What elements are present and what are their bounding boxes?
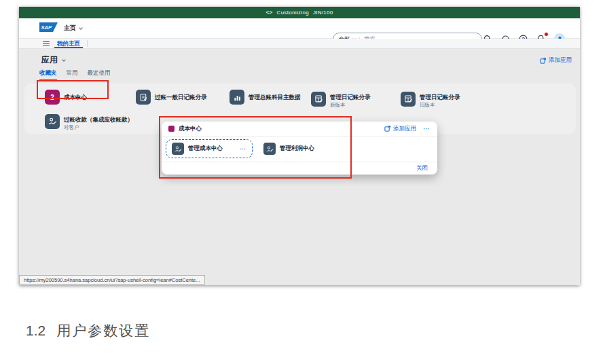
tile-manage-gl-account-master-data[interactable]: 管理总账科目主数据: [230, 90, 301, 105]
dialog-title: 成本中心: [179, 125, 384, 133]
link-url-statusbar: https://my200590.s4hana.sapcloud.cn/ui?s…: [19, 275, 205, 285]
chevron-down-icon[interactable]: [62, 58, 66, 62]
tab-favorites[interactable]: 收藏夹: [39, 69, 57, 81]
tile-subtitle: 旧版本: [420, 102, 460, 108]
apps-section-title: 应用: [41, 54, 58, 66]
journal-grid-icon: [401, 92, 416, 107]
banner-label: Customizing: [277, 10, 309, 16]
chevron-down-icon: [79, 26, 83, 30]
customer-edit-icon: [263, 143, 276, 155]
tile-manage-journal-entries-old[interactable]: 管理日记账分录 旧版本: [401, 90, 460, 108]
tile-subtitle: 对客户: [64, 124, 133, 130]
sap-logo: SAP: [39, 22, 58, 32]
journal-grid-icon: [311, 92, 326, 107]
section-heading: 1.2 用户参数设置: [26, 321, 150, 340]
sap-fiori-screenshot: <> Customizing JIN/100 SAP 主页 全部 | 搜索: [19, 7, 580, 285]
add-apps-label: 添加应用: [549, 56, 572, 65]
apps-tabs: 收藏夹 常用 最近使用: [39, 69, 111, 81]
home-content: 应用 添加应用 收藏夹 常用 最近使用: [19, 49, 580, 285]
dialog-header: 成本中心 添加应用 ⋯: [162, 122, 437, 136]
tile-title: 管理总账科目主数据: [249, 94, 301, 101]
dialog-add-apps-button[interactable]: 添加应用: [384, 125, 416, 133]
tile-cost-center-group[interactable]: 2 成本中心: [45, 90, 87, 105]
apps-section-header: 应用: [41, 54, 65, 66]
bar-chart-icon: [230, 90, 244, 105]
tab-frequently-used[interactable]: 常用: [67, 69, 78, 81]
home-menu-label: 主页: [64, 24, 76, 33]
document-page: <> Customizing JIN/100 SAP 主页 全部 | 搜索: [0, 0, 605, 364]
document-edit-icon: [136, 90, 151, 105]
dialog-app-label: 管理成本中心: [188, 145, 223, 153]
shell-header: SAP 主页 全部 | 搜索: [19, 18, 580, 39]
app-overflow-button[interactable]: ⋯: [240, 145, 246, 152]
code-icon: <>: [265, 10, 272, 16]
add-apps-icon: [384, 126, 390, 132]
tile-title: 过账收款（集成应收账款）: [64, 116, 133, 123]
home-menu[interactable]: 主页: [64, 24, 82, 33]
notification-badge: [544, 32, 549, 37]
dialog-overflow-button[interactable]: ⋯: [423, 125, 430, 132]
tile-title: 过账一般日记账分录: [155, 94, 207, 101]
dialog-app-manage-cost-centers[interactable]: 管理成本中心 ⋯: [166, 139, 253, 158]
tile-title: 成本中心: [64, 94, 87, 101]
tile-post-general-journal-entries[interactable]: 过账一般日记账分录: [136, 90, 207, 105]
section-heading-number: 1.2: [26, 323, 45, 339]
dialog-body: 管理成本中心 ⋯ 管理利润中心: [162, 136, 437, 162]
nav-divider: [87, 40, 88, 47]
tile-manage-journal-entries-new[interactable]: 管理日记账分录 新版本: [311, 90, 371, 108]
svg-text:SAP: SAP: [41, 24, 52, 31]
section-heading-text: 用户参数设置: [56, 321, 150, 340]
add-apps-button[interactable]: 添加应用: [540, 56, 572, 65]
tile-title: 管理日记账分录: [420, 94, 460, 101]
banner-system-id: JIN/100: [313, 10, 333, 16]
system-banner: <> Customizing JIN/100: [19, 7, 580, 18]
dialog-add-apps-label: 添加应用: [393, 125, 416, 133]
tile-subtitle: 新版本: [330, 102, 371, 108]
dialog-footer: 关闭: [162, 162, 437, 174]
tile-title: 管理日记账分录: [330, 94, 371, 101]
dialog-app-manage-profit-centers[interactable]: 管理利润中心: [258, 139, 320, 158]
tile-post-incoming-payments[interactable]: 过账收款（集成应收账款） 对客户: [45, 112, 133, 130]
cost-center-folder-icon: 2: [45, 90, 60, 105]
dialog-app-label: 管理利润中心: [280, 145, 314, 153]
cost-center-group-dialog: 成本中心 添加应用 ⋯: [162, 122, 437, 175]
folder-count-badge: 2: [50, 94, 54, 101]
customer-edit-icon: [172, 143, 184, 155]
tab-my-home[interactable]: 我的主页: [54, 39, 83, 48]
customer-edit-icon: [45, 114, 60, 129]
tab-recently-used[interactable]: 最近使用: [88, 69, 111, 81]
add-apps-icon: [540, 58, 546, 64]
group-color-swatch: [168, 126, 175, 132]
shell-navigation-bar: 我的主页: [19, 39, 580, 49]
menu-icon[interactable]: [43, 41, 50, 46]
dialog-close-button[interactable]: 关闭: [416, 164, 428, 172]
